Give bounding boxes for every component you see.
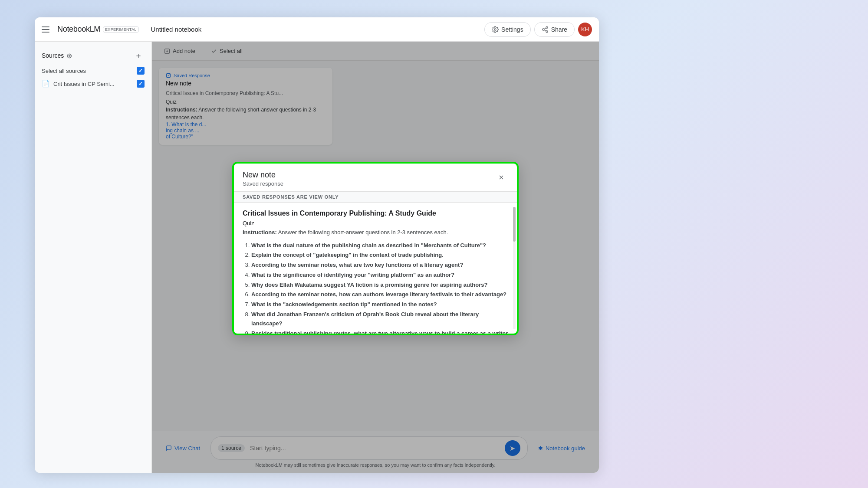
svg-line-4 — [544, 30, 546, 31]
sources-text: Sources — [42, 52, 64, 59]
q4: What is the significance of identifying … — [251, 272, 454, 278]
app-container: NotebookLM EXPERIMENTAL Untitled noteboo… — [35, 17, 599, 473]
svg-line-5 — [544, 28, 546, 29]
experimental-badge: EXPERIMENTAL — [103, 26, 138, 33]
view-only-bar: SAVED RESPONSES ARE VIEW ONLY — [234, 192, 517, 203]
q2: Explain the concept of "gatekeeping" in … — [251, 252, 444, 258]
list-item: According to the seminar notes, how can … — [251, 290, 508, 299]
settings-label: Settings — [501, 26, 523, 33]
modal-section-label: Quiz — [243, 220, 508, 226]
q5: Why does Ellah Wakatama suggest YA ficti… — [251, 282, 487, 288]
modal-instructions: Instructions: Answer the following short… — [243, 228, 508, 237]
avatar[interactable]: KH — [578, 23, 592, 36]
q6: According to the seminar notes, how can … — [251, 291, 506, 298]
select-all-row: Select all sources — [35, 64, 151, 77]
source-name: Crit Issues in CP Semi... — [53, 81, 115, 87]
modal-title: New note — [243, 170, 283, 180]
modal: New note Saved response SAVED RESPONSES … — [232, 162, 519, 335]
content-area: Add note Select all Saved Response New n… — [152, 42, 599, 473]
menu-icon[interactable] — [42, 24, 52, 35]
modal-body: Critical Issues in Contemporary Publishi… — [234, 203, 517, 334]
source-item-left: 📄 Crit Issues in CP Semi... — [42, 80, 115, 88]
q3: According to the seminar notes, what are… — [251, 262, 463, 268]
list-item: Why does Ellah Wakatama suggest YA ficti… — [251, 281, 508, 290]
list-item: Explain the concept of "gatekeeping" in … — [251, 251, 508, 260]
list-item: Besides traditional publishing routes, w… — [251, 329, 508, 334]
sidebar: Sources ⊕ ＋ Select all sources 📄 Crit Is… — [35, 42, 152, 473]
header-right: Settings Share KH — [484, 22, 592, 37]
svg-point-1 — [546, 26, 548, 28]
app-logo: NotebookLM EXPERIMENTAL — [57, 25, 139, 34]
list-item: What is the "acknowledgements section ti… — [251, 300, 508, 309]
add-source-button[interactable]: ＋ — [132, 49, 145, 62]
main-body: Sources ⊕ ＋ Select all sources 📄 Crit Is… — [35, 42, 599, 473]
list-item: What is the significance of identifying … — [251, 271, 508, 280]
modal-questions-list: What is the dual nature of the publishin… — [243, 241, 508, 334]
source-item[interactable]: 📄 Crit Issues in CP Semi... — [35, 77, 151, 90]
modal-header: New note Saved response — [234, 164, 517, 192]
source-checkbox[interactable] — [137, 80, 145, 88]
header-left: NotebookLM EXPERIMENTAL Untitled noteboo… — [42, 24, 484, 35]
instructions-content: Answer the following short-answer questi… — [278, 229, 448, 236]
scrollbar-thumb[interactable] — [513, 207, 516, 242]
svg-point-0 — [494, 29, 496, 30]
sources-label: Sources ⊕ — [42, 52, 72, 60]
list-item: What is the dual nature of the publishin… — [251, 241, 508, 250]
select-all-label: Select all sources — [42, 68, 86, 74]
sources-header: Sources ⊕ ＋ — [35, 47, 151, 64]
share-label: Share — [551, 26, 567, 33]
instructions-bold: Instructions: — [243, 229, 277, 236]
q1: What is the dual nature of the publishin… — [251, 242, 486, 249]
settings-button[interactable]: Settings — [484, 22, 531, 37]
q9: Besides traditional publishing routes, w… — [251, 330, 508, 334]
share-button[interactable]: Share — [534, 22, 575, 37]
header: NotebookLM EXPERIMENTAL Untitled noteboo… — [35, 17, 599, 42]
modal-close-button[interactable] — [494, 170, 508, 184]
list-item: What did Jonathan Franzen's criticism of… — [251, 310, 508, 328]
svg-point-3 — [546, 30, 548, 32]
scrollbar-track[interactable] — [513, 207, 516, 329]
modal-subtitle: Saved response — [243, 180, 283, 187]
q7: What is the "acknowledgements section ti… — [251, 301, 437, 308]
list-item: According to the seminar notes, what are… — [251, 261, 508, 270]
source-doc-icon: 📄 — [42, 80, 50, 88]
app-name: NotebookLM — [57, 25, 100, 34]
svg-point-2 — [542, 29, 544, 30]
q8: What did Jonathan Franzen's criticism of… — [251, 311, 479, 327]
select-all-checkbox[interactable] — [137, 67, 145, 75]
modal-doc-title: Critical Issues in Contemporary Publishi… — [243, 210, 508, 217]
notebook-title[interactable]: Untitled notebook — [151, 26, 202, 33]
sources-icon: ⊕ — [66, 52, 72, 60]
modal-title-group: New note Saved response — [243, 170, 283, 187]
